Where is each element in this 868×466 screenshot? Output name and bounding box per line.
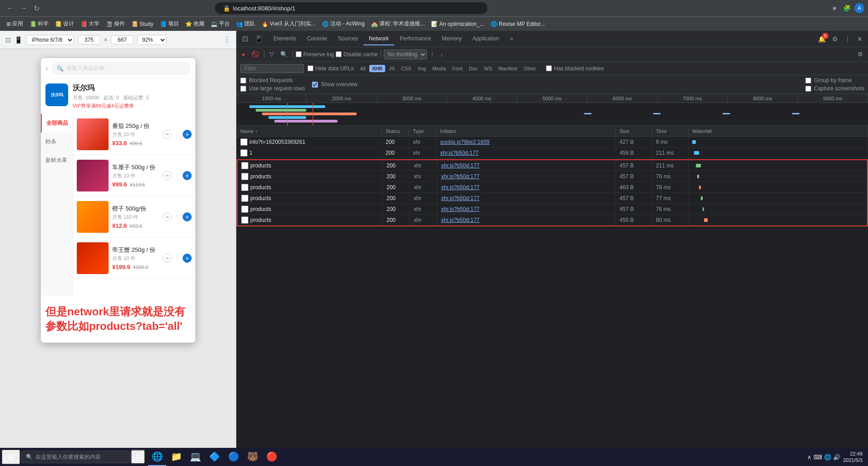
increase-button[interactable]: + [183, 171, 192, 180]
tab-sources[interactable]: Sources [332, 33, 363, 45]
other-filter-button[interactable]: Other [521, 65, 539, 72]
increase-button[interactable]: + [183, 254, 192, 263]
disable-cache-checkbox[interactable]: Disable cache [336, 51, 377, 58]
col-header-time[interactable]: Time [652, 126, 689, 136]
phone-back-icon[interactable]: ‹ [45, 64, 48, 73]
taskbar-search[interactable]: 🔍 在这里输入你要搜索的内容 [21, 451, 130, 463]
network-icon[interactable]: 🌐 [824, 454, 831, 461]
manifest-filter-button[interactable]: Manifest [496, 65, 520, 72]
col-header-waterfall[interactable]: Waterfall [689, 126, 868, 136]
tab-network[interactable]: Network [363, 33, 394, 45]
device-select[interactable]: iPhone 6/7/8 iPhone X iPad [26, 35, 74, 45]
shop-coupon[interactable]: VIP尊享满89元减4元运费券 [73, 103, 191, 109]
js-filter-button[interactable]: JS [386, 65, 397, 72]
table-row[interactable]: products 200 xhr xhr.js?b50d:177 463 B 7… [238, 182, 867, 193]
tab-application[interactable]: Application [467, 33, 505, 45]
tab-console[interactable]: Console [302, 33, 332, 45]
category-fruit[interactable]: 新鲜水果 [41, 151, 73, 170]
taskbar-app-teams[interactable]: 🔵 [224, 448, 243, 466]
row-initiator[interactable]: xhr.js?b50d:177 [436, 147, 616, 158]
bookmark-optimization[interactable]: 📝 An optimization_... [428, 20, 487, 29]
blocked-requests-check[interactable]: Blocked Requests [240, 77, 305, 83]
xhr-filter-button[interactable]: XHR [369, 65, 385, 72]
responsive-icon[interactable]: 📱 [15, 36, 22, 44]
search-button[interactable]: 🔍 [278, 49, 290, 59]
task-view-button[interactable]: ⧉ [131, 450, 145, 464]
address-bar[interactable]: 🔒 localhost:8080/#/shop/1 [215, 2, 487, 14]
keyboard-icon[interactable]: ⌨ [813, 454, 822, 461]
decrease-button[interactable]: − [163, 254, 172, 263]
row-initiator[interactable]: xhr.js?b50d:177 [437, 204, 616, 214]
decrease-button[interactable]: − [163, 212, 172, 221]
row-initiator[interactable]: xhr.js?b50d:177 [437, 182, 616, 192]
bookmark-course[interactable]: 🏫 课程: 学术道德规... [368, 19, 428, 29]
export-button[interactable]: ↓ [438, 49, 446, 59]
capture-screenshots-check[interactable]: Capture screenshots [805, 85, 864, 92]
row-select-checkbox[interactable] [241, 216, 248, 224]
zoom-select[interactable]: 92% 100% 75% [137, 35, 167, 45]
taskbar-app-terminal[interactable]: 💻 [186, 448, 204, 466]
settings-icon[interactable]: ⚙ [830, 34, 840, 44]
bookmark-project[interactable]: 📘 项目 [157, 19, 182, 29]
profile-icon[interactable]: A [854, 3, 864, 13]
bookmark-vue[interactable]: 🔥 Vue3 从入门到实... [259, 19, 318, 29]
tab-elements[interactable]: Elements [268, 33, 302, 45]
group-by-frame-check[interactable]: Group by frame [805, 77, 864, 83]
clear-button[interactable]: 🚫 [249, 49, 261, 59]
taskbar-app-vscode[interactable]: 🔷 [205, 448, 223, 466]
decrease-button[interactable]: − [163, 130, 172, 139]
bookmark-apps[interactable]: ⊞ 应用 [4, 19, 26, 29]
all-filter-button[interactable]: All [357, 65, 368, 72]
col-header-type[interactable]: Type [409, 126, 436, 136]
bookmark-ops[interactable]: 📓 操作 [103, 19, 128, 29]
up-arrow-icon[interactable]: ∧ [807, 454, 812, 461]
category-flash[interactable]: 秒杀 [41, 132, 73, 151]
doc-filter-button[interactable]: Doc [466, 65, 481, 72]
throttle-select[interactable]: No throttling Fast 3G Slow 3G [384, 49, 427, 59]
has-blocked-cookies-check[interactable]: Has blocked cookies [546, 65, 604, 72]
decrease-button[interactable]: − [163, 171, 172, 180]
row-initiator[interactable]: xhr.js?b50d:177 [437, 193, 616, 203]
start-button[interactable]: ⊞ [2, 450, 20, 464]
hide-data-urls-check[interactable]: Hide data URLs [308, 65, 354, 72]
bookmark-platform[interactable]: 💻 平台 [208, 19, 233, 29]
show-overview-check[interactable]: Show overview [312, 81, 357, 88]
filter-button[interactable]: ▽ [267, 49, 276, 59]
phone-search-bar[interactable]: 🔍 请输入商品名称 [51, 62, 191, 75]
table-row[interactable]: products 200 xhr xhr.js?b50d:177 457 B 2… [238, 160, 867, 171]
taskbar-app-edge[interactable]: 🌐 [148, 448, 166, 466]
col-header-status[interactable]: Status [382, 126, 409, 136]
bookmark-icon[interactable]: ★ [830, 3, 839, 14]
table-row[interactable]: 1 200 xhr xhr.js?b50d:177 458 B 211 ms [237, 147, 868, 158]
col-header-name[interactable]: Name ↑ [237, 126, 382, 136]
taskbar-app-app7[interactable]: 🔴 [263, 448, 281, 466]
taskbar-app-explorer[interactable]: 📁 [167, 448, 185, 466]
row-initiator[interactable]: xhr.js?b50d:177 [437, 171, 616, 181]
bookmark-design[interactable]: 📒 设计 [52, 19, 77, 29]
inspector-icon[interactable]: ⊡ [5, 36, 11, 44]
tab-memory[interactable]: Memory [436, 33, 467, 45]
font-filter-button[interactable]: Font [450, 65, 465, 72]
taskbar-app-app6[interactable]: 🐻 [243, 448, 262, 466]
settings-network-icon[interactable]: ⚙ [855, 49, 865, 59]
device-mode-icon[interactable]: 📱 [253, 33, 265, 45]
row-select-checkbox[interactable] [241, 206, 248, 213]
table-row[interactable]: products 200 xhr xhr.js?b50d:177 457 B 7… [238, 171, 867, 182]
device-more-button[interactable]: ⋮ [223, 35, 231, 44]
table-row[interactable]: info?t=1620053369261 200 xhr sockjs.js?9… [237, 137, 868, 147]
row-initiator[interactable]: sockjs.js?9be2:1609 [436, 137, 616, 147]
col-header-size[interactable]: Size [616, 126, 652, 136]
css-filter-button[interactable]: CSS [398, 65, 414, 72]
volume-icon[interactable]: 🔊 [833, 454, 840, 461]
table-row[interactable]: products 200 xhr xhr.js?b50d:177 457 B 7… [238, 204, 867, 215]
bookmark-revise[interactable]: 🌐 Revise MP Editor... [488, 20, 548, 29]
inspect-element-icon[interactable]: ⊡ [240, 33, 250, 45]
back-button[interactable]: ← [4, 2, 16, 14]
category-all[interactable]: 全部商品 [41, 114, 73, 132]
row-select-checkbox[interactable] [240, 138, 248, 146]
col-header-initiator[interactable]: Initiator [436, 126, 616, 136]
refresh-button[interactable]: ↻ [31, 2, 42, 15]
tab-performance[interactable]: Performance [394, 33, 436, 45]
forward-button[interactable]: → [17, 2, 30, 14]
row-select-checkbox[interactable] [241, 173, 248, 180]
